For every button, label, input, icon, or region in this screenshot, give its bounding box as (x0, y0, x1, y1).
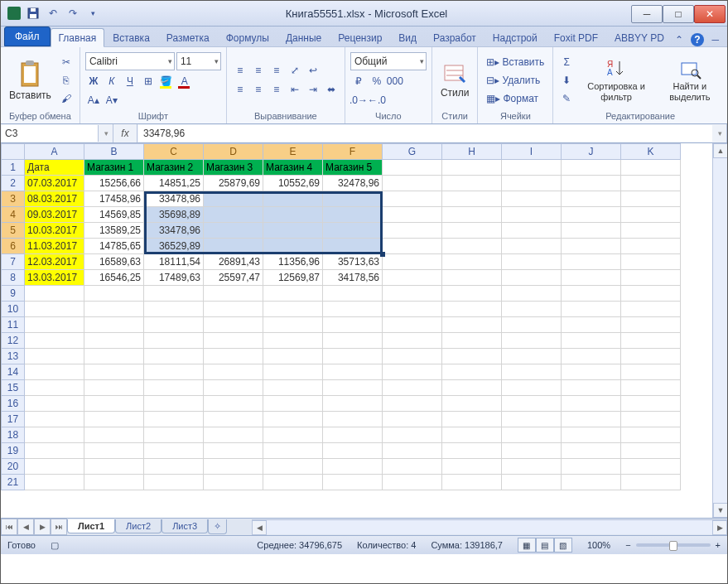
cell-F17[interactable] (323, 412, 383, 427)
zoom-in-icon[interactable]: + (716, 540, 721, 550)
font-name-combo[interactable]: Calibri▾ (85, 52, 175, 70)
column-header-I[interactable]: I (502, 144, 562, 160)
cell-K15[interactable] (621, 380, 681, 396)
cell-H1[interactable] (442, 160, 502, 176)
cell-E1[interactable]: Магазин 4 (263, 160, 323, 176)
cell-B5[interactable]: 13589,25 (84, 223, 144, 239)
currency-icon[interactable]: ₽ (350, 73, 367, 89)
cell-K6[interactable] (621, 239, 681, 254)
cell-D14[interactable] (204, 364, 263, 380)
cell-J9[interactable] (562, 286, 621, 302)
cell-K10[interactable] (621, 302, 681, 317)
cell-A14[interactable] (25, 364, 84, 380)
column-header-H[interactable]: H (442, 144, 502, 160)
percent-icon[interactable]: % (369, 73, 385, 89)
cell-E6[interactable] (263, 239, 323, 254)
row-header-10[interactable]: 10 (2, 302, 25, 317)
cell-I21[interactable] (502, 475, 562, 490)
cell-H6[interactable] (442, 239, 502, 254)
cell-H11[interactable] (442, 317, 502, 333)
column-header-G[interactable]: G (383, 144, 442, 160)
row-header-16[interactable]: 16 (2, 396, 25, 412)
cell-K7[interactable] (621, 254, 681, 270)
cell-G20[interactable] (383, 459, 442, 475)
cell-F15[interactable] (323, 380, 383, 396)
cell-D21[interactable] (204, 475, 263, 490)
cell-F6[interactable] (323, 239, 383, 254)
align-bottom-icon[interactable]: ≡ (268, 62, 285, 79)
cell-F16[interactable] (323, 396, 383, 412)
cell-F3[interactable] (323, 191, 383, 207)
tab-formulas[interactable]: Формулы (218, 28, 277, 46)
cell-H14[interactable] (442, 364, 502, 380)
merge-icon[interactable]: ⬌ (323, 81, 340, 98)
cell-A4[interactable]: 09.03.2017 (25, 207, 84, 223)
minimize-button[interactable]: ─ (631, 5, 663, 23)
tab-nav-next-icon[interactable]: ▶ (34, 519, 51, 535)
cell-I4[interactable] (502, 207, 562, 223)
cell-C6[interactable]: 36529,89 (144, 239, 204, 254)
cell-I19[interactable] (502, 443, 562, 459)
cell-K19[interactable] (621, 443, 681, 459)
cell-E21[interactable] (263, 475, 323, 490)
cell-H19[interactable] (442, 443, 502, 459)
view-pagebreak-icon[interactable]: ▧ (554, 538, 572, 553)
cell-I17[interactable] (502, 412, 562, 427)
cell-F9[interactable] (323, 286, 383, 302)
sheet-tab-3[interactable]: Лист3 (162, 519, 208, 533)
cell-K18[interactable] (621, 427, 681, 443)
row-header-1[interactable]: 1 (2, 160, 25, 176)
cell-E20[interactable] (263, 459, 323, 475)
cell-I1[interactable] (502, 160, 562, 176)
row-header-8[interactable]: 8 (2, 270, 25, 286)
cell-B12[interactable] (84, 333, 144, 349)
cell-C17[interactable] (144, 412, 204, 427)
cell-H20[interactable] (442, 459, 502, 475)
decrease-decimal-icon[interactable]: ←.0 (369, 92, 385, 109)
cell-C13[interactable] (144, 349, 204, 364)
cell-F18[interactable] (323, 427, 383, 443)
cell-E5[interactable] (263, 223, 323, 239)
tab-abbyy[interactable]: ABBYY PD (606, 28, 673, 46)
increase-decimal-icon[interactable]: .0→ (350, 92, 367, 109)
cell-G9[interactable] (383, 286, 442, 302)
cell-E13[interactable] (263, 349, 323, 364)
column-header-D[interactable]: D (204, 144, 263, 160)
cell-H8[interactable] (442, 270, 502, 286)
cell-K13[interactable] (621, 349, 681, 364)
row-header-14[interactable]: 14 (2, 364, 25, 380)
cell-G12[interactable] (383, 333, 442, 349)
cell-G17[interactable] (383, 412, 442, 427)
cell-G11[interactable] (383, 317, 442, 333)
cell-H9[interactable] (442, 286, 502, 302)
fill-color-button[interactable]: 🪣 (158, 73, 175, 89)
row-header-18[interactable]: 18 (2, 427, 25, 443)
row-header-15[interactable]: 15 (2, 380, 25, 396)
ribbon-minimize-icon[interactable]: ⌃ (673, 33, 686, 46)
cell-E3[interactable] (263, 191, 323, 207)
cell-J5[interactable] (562, 223, 621, 239)
tab-data[interactable]: Данные (277, 28, 330, 46)
cell-J7[interactable] (562, 254, 621, 270)
cell-J4[interactable] (562, 207, 621, 223)
cell-D17[interactable] (204, 412, 263, 427)
column-header-C[interactable]: C (144, 144, 204, 160)
cell-A20[interactable] (25, 459, 84, 475)
cell-J12[interactable] (562, 333, 621, 349)
cell-I12[interactable] (502, 333, 562, 349)
cell-G8[interactable] (383, 270, 442, 286)
cell-J6[interactable] (562, 239, 621, 254)
fx-icon[interactable]: fx (113, 124, 137, 142)
cell-C21[interactable] (144, 475, 204, 490)
cell-K21[interactable] (621, 475, 681, 490)
cell-C20[interactable] (144, 459, 204, 475)
paste-button[interactable]: Вставить (6, 58, 55, 103)
cell-J8[interactable] (562, 270, 621, 286)
cell-C2[interactable]: 14851,25 (144, 176, 204, 191)
row-header-9[interactable]: 9 (2, 286, 25, 302)
zoom-out-icon[interactable]: − (625, 540, 630, 550)
italic-button[interactable]: К (104, 73, 120, 89)
cell-E9[interactable] (263, 286, 323, 302)
cell-B15[interactable] (84, 380, 144, 396)
cell-B14[interactable] (84, 364, 144, 380)
